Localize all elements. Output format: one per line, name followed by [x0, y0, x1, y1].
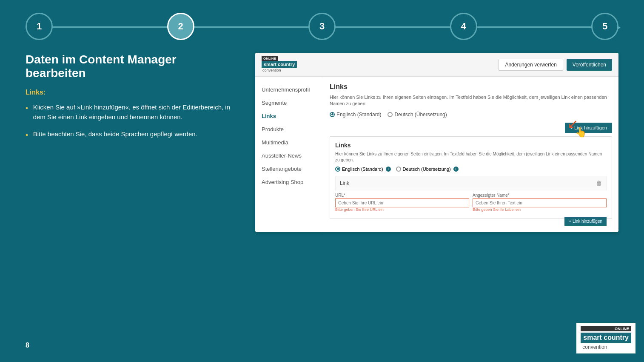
nav-unternehmensprofil[interactable]: Unternehmensprofil — [255, 83, 323, 96]
discard-button[interactable]: Änderungen verwerfen — [499, 59, 563, 71]
nav-advertising-shop[interactable]: Advertising Shop — [255, 175, 323, 189]
step-4[interactable]: 4 — [450, 13, 477, 40]
page-number: 8 — [26, 342, 29, 349]
name-input-group: Angezeigter Name* Bitte geben Sie Ihr La… — [473, 193, 607, 212]
cms-card-title: Links — [335, 142, 607, 149]
link-row-label: Link — [340, 180, 349, 186]
trash-icon[interactable]: 🗑 — [596, 180, 602, 187]
card-radio-english[interactable]: Englisch (Standard) i — [335, 167, 391, 172]
card-radio-german[interactable]: Deutsch (Übersetzung) i — [396, 167, 459, 172]
radio-english-label: Englisch (Standard) — [336, 112, 381, 118]
nav-links[interactable]: Links — [255, 109, 323, 123]
card-radio-english-dot — [335, 167, 340, 172]
radio-english[interactable]: Englisch (Standard) — [330, 112, 381, 118]
bullet-list: Klicken Sie auf »Link hinzufügen«, es öf… — [26, 103, 238, 140]
progress-bar: 1 2 3 4 5 — [0, 0, 644, 49]
step-2[interactable]: 2 — [167, 13, 194, 40]
link-row: Link 🗑 — [335, 176, 607, 190]
steps-container: 1 2 3 4 5 — [26, 13, 618, 40]
cms-logo-sub: convention — [262, 68, 282, 73]
url-input-group: URL* Bitte geben Sie Ihre URL ein — [335, 193, 469, 212]
cms-top-description: Hier können Sie Links zu Ihren eigenen S… — [330, 94, 612, 107]
cms-card-radio-group: Englisch (Standard) i Deutsch (Übersetzu… — [335, 167, 607, 172]
step-3[interactable]: 3 — [308, 13, 336, 40]
name-input[interactable] — [473, 198, 607, 207]
left-panel: Daten im Content Manager bearbeiten Link… — [26, 53, 238, 232]
card-radio-english-label: Englisch (Standard) — [342, 167, 383, 172]
nav-produkte[interactable]: Produkte — [255, 123, 323, 136]
nav-aussteller-news[interactable]: Aussteller-News — [255, 149, 323, 162]
step-1[interactable]: 1 — [26, 13, 53, 40]
name-hint: Bitte geben Sie Ihr Label ein — [473, 207, 607, 212]
logo-brand-name: smart country — [581, 333, 631, 343]
main-content: Daten im Content Manager bearbeiten Link… — [0, 49, 644, 241]
cms-brand-name: smart country — [262, 61, 297, 68]
cms-card-description: Hier können Sie Links zu Ihren eigenen S… — [335, 151, 607, 163]
url-hint: Bitte geben Sie Ihre URL ein — [335, 207, 469, 212]
info-icon-german: i — [453, 167, 459, 172]
cms-section-title: Links — [330, 83, 612, 91]
links-label: Links: — [26, 89, 238, 96]
card-radio-german-dot — [396, 167, 401, 172]
logo-online-badge: ONLINE — [581, 326, 631, 331]
radio-german-label: Deutsch (Übersetzung) — [394, 112, 447, 118]
right-panel: ONLINE smart country convention Änderung… — [255, 53, 618, 232]
bullet-item-2: Bitte beachten Sie, dass beide Sprachen … — [26, 129, 238, 140]
page-title: Daten im Content Manager bearbeiten — [26, 53, 238, 80]
cms-body: Unternehmensprofil Segmente Links Produk… — [255, 77, 618, 232]
url-input[interactable] — [335, 198, 469, 207]
add-link-button-bottom[interactable]: + Link hinzufügen — [564, 217, 607, 226]
hand-cursor-icon: 👆 — [575, 127, 587, 138]
nav-stellenangebote[interactable]: Stellenangebote — [255, 162, 323, 175]
cms-card: Links Hier können Sie Links zu Ihren eig… — [330, 136, 612, 219]
cms-main: Links Hier können Sie Links zu Ihren eig… — [323, 77, 618, 232]
name-label: Angezeigter Name* — [473, 193, 607, 198]
cms-container: ONLINE smart country convention Änderung… — [255, 53, 618, 232]
card-radio-german-label: Deutsch (Übersetzung) — [403, 167, 451, 172]
cms-logo: ONLINE smart country convention — [262, 56, 297, 73]
publish-button[interactable]: Veröffentlichen — [567, 59, 612, 71]
radio-english-dot — [330, 112, 335, 117]
nav-segmente[interactable]: Segmente — [255, 96, 323, 109]
logo-convention: convention — [581, 344, 631, 350]
cms-nav: Unternehmensprofil Segmente Links Produk… — [255, 77, 323, 232]
cms-header-buttons: Änderungen verwerfen Veröffentlichen — [499, 59, 612, 71]
cms-header: ONLINE smart country convention Änderung… — [255, 53, 618, 77]
nav-multimedia[interactable]: Multimedia — [255, 136, 323, 149]
radio-german-dot — [388, 112, 393, 117]
step-5[interactable]: 5 — [591, 13, 618, 40]
url-form: URL* Bitte geben Sie Ihre URL ein Angeze… — [335, 193, 607, 212]
bullet-item-1: Klicken Sie auf »Link hinzufügen«, es öf… — [26, 103, 238, 122]
info-icon-english: i — [386, 167, 391, 172]
url-label: URL* — [335, 193, 469, 198]
radio-german[interactable]: Deutsch (Übersetzung) — [388, 112, 447, 118]
cms-online-badge: ONLINE — [262, 56, 278, 61]
bottom-right-logo: ONLINE smart country convention — [576, 323, 635, 353]
